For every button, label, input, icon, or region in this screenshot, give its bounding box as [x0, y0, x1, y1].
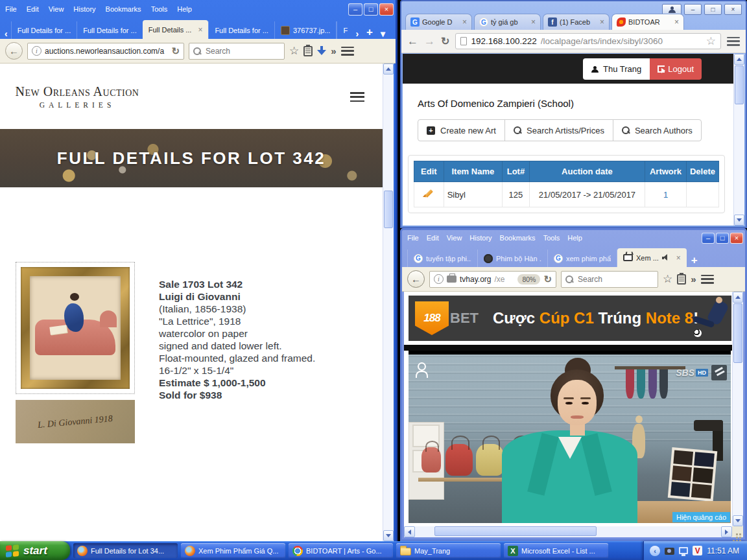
close-button[interactable]: ×	[730, 233, 743, 244]
scroll-up-arrow[interactable]	[734, 54, 744, 65]
site-info-icon[interactable]: i	[32, 46, 42, 56]
tab-audio-icon[interactable]	[662, 254, 670, 261]
scroll-up-arrow[interactable]	[383, 64, 394, 75]
tray-camera-icon[interactable]	[665, 548, 674, 555]
tray-network-icon[interactable]	[679, 547, 688, 554]
address-bar[interactable]: i auctions.neworleansauction.com/a ↻	[27, 43, 184, 60]
taskbar-item-bidtoart[interactable]: BIDTOART | Arts - Go...	[289, 543, 393, 558]
address-bar[interactable]: i tvhay.org /xe 80% ↻	[429, 271, 556, 288]
minimize-button[interactable]: –	[348, 3, 362, 16]
back-button[interactable]: ←	[407, 270, 425, 288]
back-button[interactable]: ←	[5, 42, 23, 60]
vertical-scrollbar[interactable]	[732, 292, 743, 526]
close-tab-icon[interactable]: ×	[462, 18, 467, 27]
tab-active[interactable]: Xem ... ×	[617, 248, 687, 267]
page-icon[interactable]	[460, 37, 467, 45]
new-tab-button[interactable]: +	[687, 254, 702, 267]
tab[interactable]: G xem phim phấ...	[547, 250, 617, 267]
close-tab-icon[interactable]: ×	[531, 18, 536, 27]
address-bar[interactable]: 192.168.100.222 /localpage/arts/index/si…	[455, 33, 721, 49]
new-tab-button[interactable]: +	[362, 26, 377, 39]
maximize-button[interactable]: □	[364, 3, 378, 16]
scroll-down-arrow[interactable]	[734, 215, 744, 226]
tab-scroll-right-icon[interactable]: ›	[352, 29, 362, 39]
search-input[interactable]	[204, 46, 280, 56]
tab-scroll-left-icon[interactable]: ‹	[1, 29, 11, 39]
overflow-icon[interactable]: »	[331, 45, 336, 56]
menu-view[interactable]: View	[447, 234, 462, 242]
close-button[interactable]: ×	[724, 4, 742, 15]
vertical-scrollbar[interactable]	[733, 54, 744, 226]
minimize-button[interactable]: –	[702, 233, 715, 244]
tray-antivirus-icon[interactable]: V	[693, 546, 702, 555]
show-ads-button[interactable]: Hiện quảng cáo	[672, 512, 730, 522]
menu-edit[interactable]: Edit	[27, 5, 39, 13]
bookmark-star-icon[interactable]: ☆	[663, 274, 672, 285]
vertical-scrollbar[interactable]	[383, 64, 394, 541]
tab[interactable]: 376737.jp...	[274, 21, 337, 39]
tab[interactable]: G tỷ giá gb ×	[474, 14, 541, 30]
search-bar[interactable]	[561, 271, 658, 288]
tab[interactable]: Phim bộ Hàn ...	[477, 250, 547, 267]
back-button[interactable]: ←	[407, 35, 418, 48]
menu-icon[interactable]	[341, 47, 354, 56]
bookmark-star-icon[interactable]: ☆	[706, 36, 716, 47]
search-authors-button[interactable]: Search Authors	[613, 119, 702, 141]
close-tab-icon[interactable]: ×	[676, 253, 681, 262]
menu-history[interactable]: History	[73, 5, 95, 13]
minimize-button[interactable]: –	[684, 4, 702, 15]
scrollbar-thumb[interactable]	[384, 191, 393, 228]
scrollbar-thumb[interactable]	[733, 303, 742, 363]
close-tab-icon[interactable]: ×	[600, 18, 604, 27]
betting-ad-banner[interactable]: 188 BET Cược Cúp C1 Trúng Note 8!	[409, 296, 731, 341]
resize-grip[interactable]	[732, 526, 743, 537]
artwork-link[interactable]: 1	[663, 190, 668, 200]
menu-file[interactable]: File	[5, 5, 17, 13]
scrollbar-thumb[interactable]	[434, 526, 597, 536]
search-artists-prices-button[interactable]: Search Artists/Prices	[504, 119, 613, 141]
tab-active[interactable]: BIDTOAR ×	[611, 14, 684, 30]
taskbar-item-excel[interactable]: X Microsoft Excel - List ...	[504, 543, 608, 558]
reload-icon[interactable]: ↻	[543, 274, 552, 285]
bookmarks-menu-icon[interactable]	[677, 274, 686, 285]
menu-file[interactable]: File	[407, 234, 419, 242]
tab[interactable]: F	[337, 21, 352, 39]
reload-icon[interactable]: ↻	[171, 45, 180, 57]
menu-edit[interactable]: Edit	[427, 234, 439, 242]
horizontal-scrollbar[interactable]	[404, 526, 732, 537]
menu-history[interactable]: History	[469, 234, 492, 242]
taskbar-item-auction[interactable]: Full Details for Lot 34...	[73, 543, 178, 558]
artwork-image[interactable]	[16, 262, 135, 394]
tab-list-dropdown-icon[interactable]: ▾	[377, 29, 388, 39]
permissions-icon[interactable]	[447, 275, 456, 283]
tab-active[interactable]: Full Details ... ×	[143, 20, 209, 39]
logout-button[interactable]: Logout	[650, 58, 702, 80]
video-player[interactable]: SBS HD Hiện quảng cáo	[409, 351, 731, 523]
tab[interactable]: Full Details for ...	[208, 21, 274, 39]
signature-image[interactable]: L. Di Giovanni 1918	[16, 400, 135, 443]
search-input[interactable]	[576, 274, 654, 285]
scrollbar-thumb[interactable]	[735, 65, 744, 104]
menu-bookmarks[interactable]: Bookmarks	[500, 234, 536, 242]
zoom-level-badge[interactable]: 80%	[517, 274, 540, 285]
edit-pencil-icon[interactable]	[423, 188, 434, 199]
tab[interactable]: G tuyển tập phi...	[407, 250, 477, 267]
scroll-down-arrow[interactable]	[383, 530, 394, 541]
tray-expand-icon[interactable]: ‹	[650, 546, 660, 556]
scroll-down-arrow[interactable]	[733, 515, 743, 526]
menu-help[interactable]: Help	[567, 234, 582, 242]
start-button[interactable]: start	[0, 541, 70, 560]
tab[interactable]: f (1) Faceb ×	[543, 14, 610, 30]
menu-icon[interactable]	[701, 275, 714, 284]
tab[interactable]: G Google D ×	[405, 14, 472, 30]
close-tab-icon[interactable]: ×	[674, 18, 679, 27]
scroll-right-arrow[interactable]	[721, 526, 732, 537]
taskbar-item-video[interactable]: Xem Phim Phẩm Giá Q...	[181, 543, 285, 558]
menu-icon[interactable]	[727, 37, 740, 46]
menu-bookmarks[interactable]: Bookmarks	[106, 5, 141, 13]
bookmarks-menu-icon[interactable]	[303, 46, 313, 56]
taskbar-item-folder[interactable]: May_Trang	[396, 543, 501, 558]
site-menu-icon[interactable]	[350, 92, 364, 102]
maximize-button[interactable]: □	[704, 4, 722, 15]
scroll-up-arrow[interactable]	[733, 292, 743, 303]
